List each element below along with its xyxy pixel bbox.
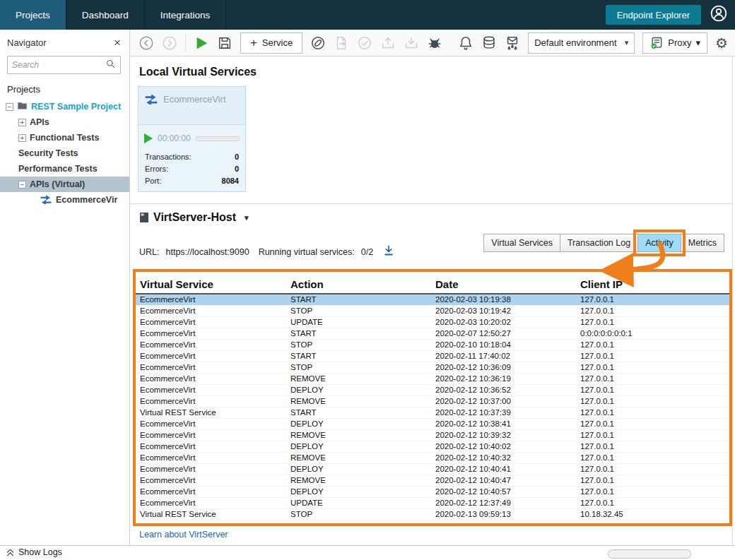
plus-icon: + [250, 37, 257, 49]
toolbar-separator [185, 35, 186, 52]
table-row[interactable]: EcommerceVirtREMOVE2020-02-12 10:36:1912… [136, 373, 729, 384]
sidebar-item-performance-tests[interactable]: Performance Tests [0, 161, 129, 177]
table-cell: REMOVE [286, 373, 431, 384]
horizontal-scrollbar-thumb[interactable] [608, 549, 691, 559]
sidebar-item-rest-sample-project[interactable]: −REST Sample Project [0, 99, 129, 114]
tab-virtual-services[interactable]: Virtual Services [483, 234, 560, 252]
table-cell: REMOVE [286, 475, 431, 486]
nav-tab-integrations[interactable]: Integrations [145, 0, 227, 30]
sidebar-item-security-tests[interactable]: Security Tests [0, 145, 129, 161]
collapse-icon[interactable]: − [18, 181, 26, 189]
close-icon[interactable]: × [114, 37, 121, 49]
table-cell: 127.0.0.1 [576, 486, 729, 497]
table-cell: 2020-02-12 10:36:19 [431, 373, 576, 384]
search-icon[interactable] [105, 59, 116, 72]
import-download-icon[interactable] [382, 244, 395, 259]
expand-icon[interactable]: + [18, 119, 26, 126]
learn-about-virtserver-link[interactable]: Learn about VirtServer [139, 530, 228, 540]
nav-tab-projects[interactable]: Projects [0, 0, 66, 30]
table-row[interactable]: EcommerceVirtUPDATE2020-02-12 12:37:4912… [136, 497, 729, 508]
table-cell: EcommerceVirt [136, 305, 286, 316]
download-icon[interactable] [404, 35, 419, 51]
table-row[interactable]: EcommerceVirtDEPLOY2020-02-12 10:40:0212… [136, 441, 729, 452]
nav-tab-dashboard[interactable]: Dashboard [66, 0, 145, 30]
proxy-server-icon [649, 36, 664, 50]
table-cell: 2020-02-12 10:40:41 [431, 463, 576, 475]
save-icon[interactable] [217, 35, 233, 51]
table-cell: 2020-02-07 12:50:27 [431, 328, 576, 339]
search-input[interactable] [12, 60, 105, 70]
projects-section-label: Projects [7, 84, 129, 95]
table-row[interactable]: Virtual REST ServiceSTART2020-02-12 10:3… [136, 407, 729, 418]
table-cell: EcommerceVirt [136, 486, 286, 497]
environment-dropdown[interactable]: Default environment ▾ [528, 32, 635, 54]
table-row[interactable]: EcommerceVirtREMOVE2020-02-12 10:40:3212… [136, 452, 729, 463]
card-stat-port: Port:8084 [139, 174, 245, 186]
upload-icon[interactable] [380, 35, 396, 51]
database-icon[interactable] [481, 35, 497, 51]
table-row[interactable]: EcommerceVirtSTART2020-02-07 12:50:270:0… [136, 328, 729, 339]
gear-icon[interactable]: ⚙ [715, 36, 728, 50]
expand-icon[interactable]: + [18, 134, 26, 142]
table-cell: START [286, 350, 431, 362]
sidebar-item-apis[interactable]: +APIs [0, 114, 129, 130]
user-account-icon[interactable] [710, 4, 728, 25]
navigator-search [7, 56, 121, 74]
endpoint-explorer-button[interactable]: Endpoint Explorer [606, 5, 701, 25]
collapse-icon[interactable]: − [6, 103, 13, 111]
table-row[interactable]: EcommerceVirtSTOP2020-02-03 10:19:42127.… [136, 305, 729, 316]
navigator-panel: Navigator × Projects −REST Sample Projec… [0, 30, 130, 545]
table-cell: 127.0.0.1 [576, 452, 729, 463]
table-cell: 10.18.32.45 [576, 508, 729, 520]
running-services-label: Running virtual services: [259, 247, 355, 257]
table-cell: 2020-02-10 10:18:04 [431, 339, 576, 350]
show-logs-toggle[interactable]: Show Logs [6, 547, 62, 557]
table-cell: REMOVE [286, 452, 431, 463]
table-cell: EcommerceVirt [136, 316, 286, 328]
back-icon[interactable] [139, 35, 154, 51]
tab-metrics[interactable]: Metrics [681, 234, 724, 252]
table-row[interactable]: EcommerceVirtREMOVE2020-02-12 10:37:0012… [136, 395, 729, 407]
virtserver-host-header[interactable]: VirtServer-Host ▾ [139, 211, 249, 224]
sidebar-item-ecommercevir[interactable]: EcommerceVir [0, 192, 129, 208]
add-service-button[interactable]: + Service [240, 32, 302, 54]
proxy-dropdown[interactable]: Proxy ▾ [642, 32, 707, 54]
vertical-scrollbar[interactable] [732, 56, 733, 545]
table-cell: 127.0.0.1 [576, 407, 729, 418]
table-row[interactable]: EcommerceVirtDEPLOY2020-02-12 10:38:4112… [136, 418, 729, 429]
main-content: Local Virtual Services EcommerceVirt 00:… [130, 56, 735, 545]
bug-icon[interactable] [427, 35, 442, 51]
tree-item-label: Security Tests [18, 148, 78, 158]
forward-icon[interactable] [162, 35, 177, 51]
chevron-down-icon[interactable]: ▾ [245, 213, 249, 222]
table-row[interactable]: EcommerceVirtREMOVE2020-02-12 10:39:3212… [136, 429, 729, 441]
table-cell: 2020-02-03 10:19:38 [431, 294, 576, 305]
tab-activity[interactable]: Activity [637, 234, 681, 252]
table-row[interactable]: EcommerceVirtSTART2020-02-11 17:40:02127… [136, 350, 729, 362]
table-cell: 2020-02-12 10:37:39 [431, 407, 576, 418]
check-icon[interactable] [357, 35, 372, 51]
virtual-service-card[interactable]: EcommerceVirt 00:00:00 Transactions:0Err… [138, 86, 246, 192]
table-row[interactable]: EcommerceVirtDEPLOY2020-02-12 10:36:5212… [136, 384, 729, 395]
table-row[interactable]: EcommerceVirtDEPLOY2020-02-12 10:40:4112… [136, 463, 729, 475]
sidebar-item-apis-virtual[interactable]: −APIs (Virtual) [0, 177, 129, 192]
run-icon[interactable] [194, 35, 209, 51]
tab-transaction-log[interactable]: Transaction Log [560, 234, 638, 252]
notifications-bell-icon[interactable] [458, 35, 474, 51]
table-row[interactable]: EcommerceVirtSTART2020-02-03 10:19:38127… [136, 294, 729, 305]
discover-icon[interactable] [310, 35, 326, 51]
table-row[interactable]: EcommerceVirtSTOP2020-02-10 10:18:04127.… [136, 339, 729, 350]
table-row[interactable]: EcommerceVirtREMOVE2020-02-12 10:40:4712… [136, 475, 729, 486]
table-row[interactable]: Virtual REST ServiceSTOP2020-02-13 09:59… [136, 508, 729, 520]
table-row[interactable]: EcommerceVirtSTOP2020-02-12 10:36:09127.… [136, 362, 729, 373]
export-icon[interactable] [334, 35, 349, 51]
table-cell: EcommerceVirt [136, 384, 286, 395]
table-cell: 2020-02-12 10:36:52 [431, 384, 576, 395]
navigator-title: Navigator [7, 37, 47, 48]
monitoring-icon[interactable] [505, 35, 520, 51]
project-tree: −REST Sample Project+APIs+Functional Tes… [0, 99, 129, 208]
table-row[interactable]: EcommerceVirtUPDATE2020-02-03 10:20:0212… [136, 316, 729, 328]
card-play-icon[interactable] [144, 133, 153, 143]
table-row[interactable]: EcommerceVirtDEPLOY2020-02-12 10:40:5712… [136, 486, 729, 497]
sidebar-item-functional-tests[interactable]: +Functional Tests [0, 130, 129, 145]
